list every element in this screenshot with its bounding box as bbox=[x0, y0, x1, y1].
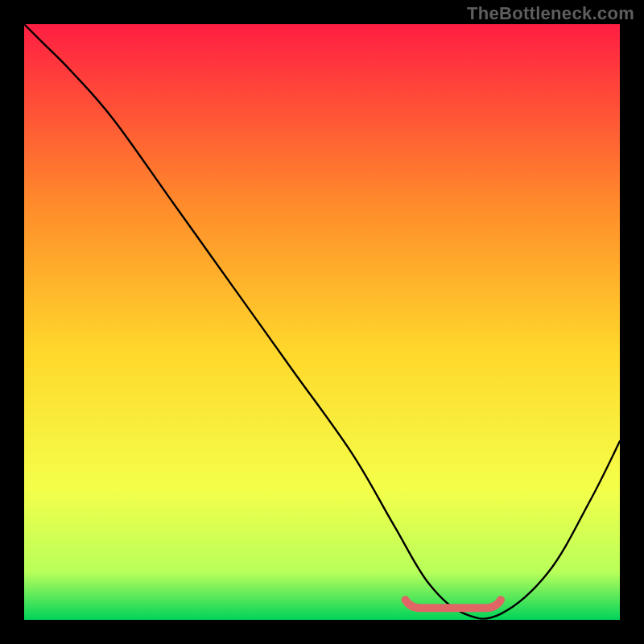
watermark-text: TheBottleneck.com bbox=[467, 3, 634, 24]
chart-frame: TheBottleneck.com bbox=[0, 0, 644, 644]
bottleneck-chart bbox=[0, 0, 644, 644]
plot-background bbox=[24, 24, 620, 620]
